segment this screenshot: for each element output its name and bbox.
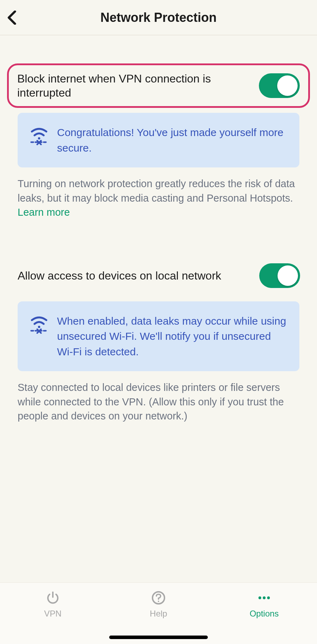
tab-label-options: Options [250, 609, 279, 619]
header: Network Protection [0, 0, 317, 35]
setting-block-internet: Block internet when VPN connection is in… [7, 63, 310, 108]
dots-icon [257, 590, 272, 605]
svg-point-6 [267, 596, 270, 599]
svg-point-5 [263, 596, 266, 599]
tab-label-help: Help [150, 609, 167, 619]
svg-point-4 [259, 596, 261, 599]
description-block-internet: Turning on network protection greatly re… [7, 177, 310, 220]
toggle-knob [277, 75, 298, 96]
description-text: Turning on network protection greatly re… [18, 178, 295, 204]
info-box-local-access: When enabled, data leaks may occur while… [18, 301, 299, 372]
wifi-shield-icon [30, 126, 47, 144]
info-text-local-access: When enabled, data leaks may occur while… [57, 313, 287, 360]
toggle-knob [278, 265, 298, 286]
home-indicator[interactable] [109, 636, 208, 639]
page-title: Network Protection [100, 10, 217, 25]
setting-label-local-access: Allow access to devices on local network [18, 269, 252, 283]
content: Block internet when VPN connection is in… [0, 35, 317, 423]
help-icon [151, 590, 166, 605]
info-text-block-internet: Congratulations! You've just made yourse… [57, 125, 287, 155]
svg-point-1 [38, 326, 40, 328]
description-local-access: Stay connected to local devices like pri… [7, 380, 310, 423]
svg-point-0 [38, 137, 40, 139]
toggle-block-internet[interactable] [259, 73, 300, 98]
learn-more-link[interactable]: Learn more [18, 207, 70, 218]
power-icon [45, 590, 60, 605]
setting-local-access: Allow access to devices on local network [7, 255, 310, 296]
wifi-shield-icon [30, 315, 47, 332]
tabbar: VPN Help Options [0, 582, 317, 644]
info-box-block-internet: Congratulations! You've just made yourse… [18, 113, 299, 167]
chevron-left-icon [7, 11, 18, 25]
tab-options[interactable]: Options [238, 590, 291, 619]
setting-label-block-internet: Block internet when VPN connection is in… [17, 72, 252, 100]
back-button[interactable] [4, 9, 21, 26]
tab-label-vpn: VPN [44, 609, 61, 619]
tab-vpn[interactable]: VPN [26, 590, 79, 619]
tab-help[interactable]: Help [132, 590, 185, 619]
svg-point-3 [158, 601, 159, 602]
toggle-local-access[interactable] [259, 263, 300, 288]
